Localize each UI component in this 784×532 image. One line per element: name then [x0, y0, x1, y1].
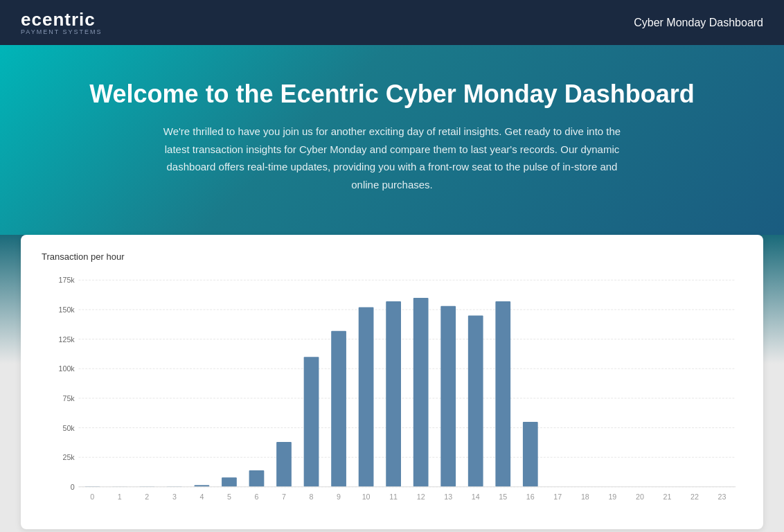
logo-subtitle: PAYMENT SYSTEMS	[21, 28, 103, 35]
svg-text:9: 9	[337, 493, 341, 501]
hero-description: We're thrilled to have you join us for a…	[157, 123, 627, 193]
hero-section: Welcome to the Ecentric Cyber Monday Das…	[0, 45, 784, 235]
svg-rect-27	[386, 301, 401, 487]
header: ecentric PAYMENT SYSTEMS Cyber Monday Da…	[0, 0, 784, 45]
svg-text:13: 13	[444, 493, 452, 501]
svg-rect-23	[276, 442, 292, 487]
svg-text:18: 18	[581, 493, 589, 501]
svg-rect-21	[222, 477, 237, 487]
svg-text:20: 20	[636, 493, 644, 501]
svg-text:100k: 100k	[59, 364, 75, 373]
svg-text:0: 0	[90, 493, 94, 501]
chart-section: Transaction per hour 175k150k125k100k75k…	[0, 235, 784, 532]
svg-text:3: 3	[172, 493, 177, 501]
svg-rect-22	[249, 470, 265, 487]
svg-text:8: 8	[310, 493, 314, 501]
svg-rect-26	[359, 308, 374, 487]
svg-text:75k: 75k	[62, 394, 75, 402]
svg-text:23: 23	[718, 493, 727, 501]
svg-rect-32	[523, 422, 538, 487]
chart-label: Transaction per hour	[42, 251, 742, 262]
svg-text:0: 0	[71, 483, 75, 491]
svg-text:1: 1	[118, 493, 122, 501]
logo-text: ecentric	[21, 10, 96, 28]
svg-text:12: 12	[417, 493, 425, 501]
svg-text:4: 4	[199, 493, 204, 501]
svg-text:2: 2	[145, 493, 149, 501]
svg-text:150k: 150k	[59, 305, 75, 314]
hero-title: Welcome to the Ecentric Cyber Monday Das…	[21, 80, 763, 109]
header-title: Cyber Monday Dashboard	[634, 17, 763, 29]
svg-text:19: 19	[608, 493, 616, 501]
svg-text:11: 11	[389, 493, 398, 501]
svg-text:10: 10	[362, 493, 371, 501]
bar-chart: 175k150k125k100k75k50k25k001234567891011…	[42, 273, 742, 515]
svg-rect-29	[440, 306, 456, 487]
svg-rect-30	[468, 315, 483, 486]
svg-text:14: 14	[472, 493, 480, 501]
svg-text:22: 22	[691, 493, 699, 501]
logo-area: ecentric PAYMENT SYSTEMS	[21, 10, 103, 35]
svg-rect-24	[304, 357, 319, 487]
svg-rect-25	[331, 331, 346, 487]
svg-rect-28	[413, 298, 429, 487]
svg-text:21: 21	[663, 493, 671, 501]
svg-text:125k: 125k	[59, 335, 75, 343]
chart-card: Transaction per hour 175k150k125k100k75k…	[21, 235, 763, 529]
svg-text:17: 17	[553, 493, 562, 501]
svg-text:7: 7	[282, 493, 286, 501]
svg-text:16: 16	[526, 493, 535, 501]
svg-rect-31	[495, 301, 510, 487]
svg-text:15: 15	[499, 493, 507, 501]
svg-text:25k: 25k	[62, 453, 75, 461]
chart-container: 175k150k125k100k75k50k25k001234567891011…	[42, 273, 742, 515]
svg-text:50k: 50k	[62, 423, 75, 432]
svg-text:5: 5	[227, 493, 231, 501]
svg-text:175k: 175k	[59, 276, 75, 284]
svg-text:6: 6	[254, 493, 258, 501]
